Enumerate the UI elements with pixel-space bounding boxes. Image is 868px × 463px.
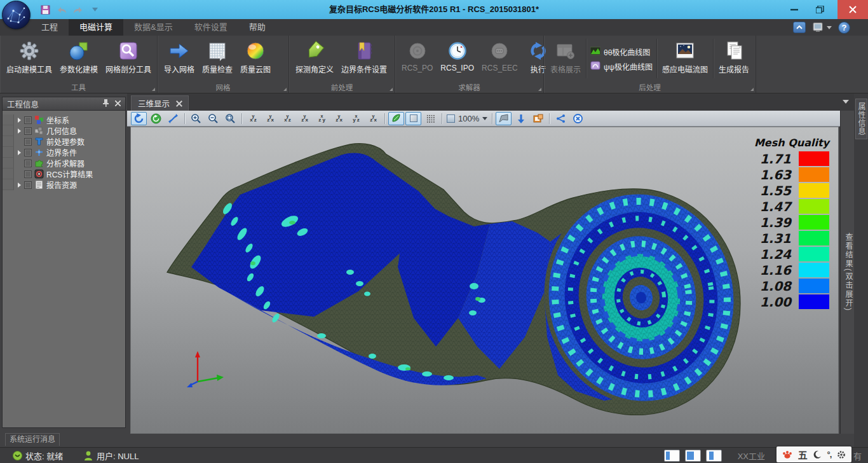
tab-settings[interactable]: 软件设置 xyxy=(184,19,238,36)
group-expand-icon[interactable] xyxy=(390,88,393,91)
points-mode-button[interactable] xyxy=(423,112,438,125)
generate-report-button[interactable]: 生成报告 xyxy=(715,37,753,81)
expand-arrow-icon[interactable] xyxy=(14,150,24,155)
group-expand-icon[interactable] xyxy=(538,88,541,91)
zoom-window-button[interactable] xyxy=(222,112,238,125)
group-expand-icon[interactable] xyxy=(152,88,155,91)
legend-swatch xyxy=(799,231,829,245)
legend-value: 1.31 xyxy=(760,232,791,245)
psi-polarization-curve-button[interactable]: ψψ极化曲线图 xyxy=(590,61,653,72)
mesh-model-3d[interactable] xyxy=(131,127,839,434)
ime-toolbar[interactable]: 五 °, xyxy=(776,446,851,462)
table-display-button: 表格展示 xyxy=(546,37,585,81)
window-copy-button[interactable] xyxy=(530,112,546,125)
quality-check-button[interactable]: 质量检查 xyxy=(198,37,236,81)
system-messages-tab[interactable]: 系统运行消息 xyxy=(5,433,60,446)
layout-split-icon[interactable] xyxy=(685,450,701,462)
clock-icon xyxy=(448,39,467,62)
tree-checkbox[interactable] xyxy=(24,160,32,167)
view-bottom-button[interactable]: yz x xyxy=(331,112,347,125)
import-mesh-button[interactable]: 导入网格 xyxy=(160,37,198,81)
layout-full-icon[interactable] xyxy=(706,450,722,462)
tab-help[interactable]: 帮助 xyxy=(238,19,276,36)
tree-item-geometry-info[interactable]: 几何信息 xyxy=(3,125,125,136)
ime-settings-gear-icon[interactable] xyxy=(837,450,846,459)
fit-view-button[interactable] xyxy=(165,112,181,125)
tab-close-icon[interactable] xyxy=(176,100,182,106)
tab-em-compute[interactable]: 电磁计算 xyxy=(69,19,123,36)
close-view-icon[interactable] xyxy=(570,112,586,125)
shaded-mode-button[interactable] xyxy=(388,112,404,125)
spin-view-button[interactable] xyxy=(148,112,164,125)
help-icon[interactable]: ? xyxy=(838,22,850,34)
minimize-button[interactable] xyxy=(784,0,804,19)
rotate-view-button[interactable] xyxy=(131,112,147,125)
launch-modeler-button[interactable]: 启动建模工具 xyxy=(3,37,56,81)
app-logo[interactable] xyxy=(2,1,31,29)
tree-checkbox[interactable] xyxy=(24,127,32,135)
tab-data-display[interactable]: 数据&显示 xyxy=(123,19,184,36)
wireframe-mode-button[interactable] xyxy=(405,112,421,125)
ime-moon-icon[interactable] xyxy=(813,450,822,459)
geometry-info-icon xyxy=(34,126,44,135)
tree-item-rcs-results[interactable]: RCS计算结果 xyxy=(3,169,125,179)
layout-left-panel-icon[interactable] xyxy=(664,450,680,462)
drop-down-view-button[interactable] xyxy=(513,112,529,125)
viewport-3d[interactable]: Mesh Quality 1.71 1.63 1.55 1.47 1.39 1.… xyxy=(130,127,839,434)
view-iso1-button[interactable]: xy z xyxy=(348,112,364,125)
book-icon xyxy=(354,39,374,62)
tree-checkbox[interactable] xyxy=(24,116,32,124)
ime-punctuation-icon[interactable]: °, xyxy=(827,450,831,459)
tree-item-preprocess-params[interactable]: 前处理参数 xyxy=(3,136,125,147)
section-view-button[interactable] xyxy=(496,112,512,125)
group-expand-icon[interactable] xyxy=(750,88,754,91)
view-back-button[interactable]: yz x xyxy=(262,112,278,125)
collapse-ribbon-icon[interactable] xyxy=(793,22,806,33)
pin-icon[interactable] xyxy=(103,99,109,109)
tree-checkbox[interactable] xyxy=(24,149,32,156)
panel-close-icon[interactable] xyxy=(115,99,121,108)
restore-button[interactable] xyxy=(810,0,830,19)
theta-polarization-curve-button[interactable]: θθ极化曲线图 xyxy=(590,46,653,57)
share-icon[interactable] xyxy=(553,112,569,125)
project-tree: 坐标系 几何信息 前处理参数 xyxy=(2,111,126,428)
probe-angle-button[interactable]: 探测角定义 xyxy=(292,37,337,81)
expand-arrow-icon[interactable] xyxy=(14,118,24,123)
tree-item-boundary-conditions[interactable]: 边界条件 xyxy=(3,147,125,158)
rcs-ipo-button[interactable]: RCS_IPO xyxy=(437,37,478,81)
parametric-modeling-button[interactable]: 参数化建模 xyxy=(56,37,102,81)
project-panel: 工程信息 坐标系 xyxy=(0,97,127,428)
close-button[interactable] xyxy=(837,0,868,19)
tree-item-solver[interactable]: 分析求解器 xyxy=(3,158,125,169)
tree-checkbox[interactable] xyxy=(24,181,32,189)
tree-item-report-resources[interactable]: 报告资源 xyxy=(3,179,125,190)
quality-contour-button[interactable]: 质量云图 xyxy=(236,37,275,81)
zoom-level-control[interactable]: 100% xyxy=(447,114,487,123)
property-info-tab[interactable]: 属性信息 xyxy=(855,99,867,139)
ribbon: 启动建模工具 参数化建模 网格剖分工具 xyxy=(0,36,868,93)
tree-checkbox[interactable] xyxy=(24,138,32,146)
display-style-icon[interactable] xyxy=(812,22,832,33)
tab-list-dropdown-icon[interactable] xyxy=(843,100,849,104)
tab-3d-display[interactable]: 三维显示 xyxy=(131,95,189,111)
expand-arrow-icon[interactable] xyxy=(14,128,24,134)
view-iso2-button[interactable]: yz x xyxy=(365,112,381,125)
boundary-settings-button[interactable]: 边界条件设置 xyxy=(337,37,391,81)
zoom-in-button[interactable] xyxy=(188,112,204,125)
tree-item-coordinate-system[interactable]: 坐标系 xyxy=(3,114,125,125)
view-top-button[interactable]: xz y xyxy=(314,112,330,125)
ime-mode-label[interactable]: 五 xyxy=(798,448,808,461)
expand-arrow-icon[interactable] xyxy=(14,183,24,188)
tab-project[interactable]: 工程 xyxy=(31,19,69,36)
tree-checkbox[interactable] xyxy=(24,170,32,178)
meshing-tool-button[interactable]: 网格剖分工具 xyxy=(102,37,155,81)
view-left-button[interactable]: yx z xyxy=(280,112,295,125)
view-front-button[interactable]: yx z xyxy=(245,112,261,125)
results-collapsed-panel[interactable]: 查看结果(双击展开) xyxy=(840,111,854,434)
induced-current-map-button[interactable]: 感应电磁流图 xyxy=(658,37,712,81)
zoom-out-button[interactable] xyxy=(205,112,221,125)
view-right-button[interactable]: yz x xyxy=(297,112,313,125)
zoom-dropdown-icon[interactable] xyxy=(482,117,487,120)
rainbow-sphere-icon xyxy=(245,39,266,62)
group-expand-icon[interactable] xyxy=(283,88,287,91)
